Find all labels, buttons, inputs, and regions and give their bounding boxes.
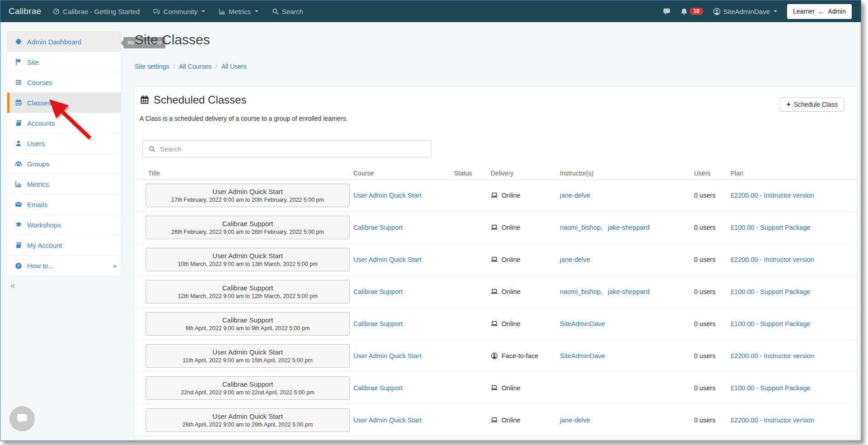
course-link[interactable]: User Admin Quick Start xyxy=(353,192,422,199)
sidebar-item-groups[interactable]: Groups xyxy=(7,154,121,174)
breadcrumb: Site settings/All Courses/All Users xyxy=(135,63,247,70)
sidebar-item-metrics[interactable]: Metrics xyxy=(7,174,121,194)
instructors-cell: jane-delve xyxy=(560,417,694,424)
nav-item-community[interactable]: Community xyxy=(153,8,205,15)
class-row: User Admin Quick Start 11th April, 2022 … xyxy=(134,340,857,372)
column-header-status: Status xyxy=(454,170,491,177)
chat-widget-button[interactable] xyxy=(9,406,35,431)
book-icon xyxy=(15,119,22,127)
page-title: Site Classes xyxy=(135,32,210,47)
course-link[interactable]: Calibrae Support xyxy=(353,320,403,327)
instructor-link[interactable]: SiteAdminDave xyxy=(560,320,605,327)
column-header-course: Course xyxy=(350,170,454,177)
sidebar-item-classes[interactable]: Classes xyxy=(7,93,121,113)
course-link[interactable]: Calibrae Support xyxy=(353,224,403,231)
sidebar-item-label: My Account xyxy=(27,241,62,249)
plan-link[interactable]: £100.00 - Support Package xyxy=(731,384,811,392)
sidebar-item-users[interactable]: Users xyxy=(7,133,121,154)
instructor-link[interactable]: jane-delve xyxy=(560,192,590,199)
column-header-instructor-s: Instructor(s) xyxy=(560,170,694,177)
class-row: Calibrae Support 26th February, 2022 9:0… xyxy=(134,212,857,244)
schedule-class-button[interactable]: + Schedule Class xyxy=(780,97,844,112)
breadcrumb-link-all-courses[interactable]: All Courses xyxy=(179,63,211,70)
plan-link[interactable]: £100.00 - Support Package xyxy=(731,320,811,327)
mode-learner-label: Learner xyxy=(793,8,815,15)
instructor-link[interactable]: jake-sheppard xyxy=(608,288,649,295)
plan-link[interactable]: £2200.00 - Instructor version xyxy=(731,256,814,263)
class-title: User Admin Quick Start xyxy=(150,412,346,420)
graduation-cap-icon xyxy=(15,221,22,228)
notifications[interactable]: 10 xyxy=(680,8,703,15)
sidebar-item-site[interactable]: Site xyxy=(7,52,121,72)
instructor-link[interactable]: jane-delve xyxy=(560,256,590,263)
person-circle-icon xyxy=(491,352,498,360)
instructors-cell: SiteAdminDave xyxy=(560,352,694,360)
plus-icon: + xyxy=(786,101,790,108)
search-input[interactable] xyxy=(155,141,431,157)
plan-link[interactable]: £100.00 - Support Package xyxy=(731,288,811,295)
plan-link[interactable]: £2200.00 - Instructor version xyxy=(731,417,814,424)
course-link[interactable]: Calibrae Support xyxy=(353,384,403,392)
delivery-label: Online xyxy=(502,288,521,295)
sidebar-item-label: Workshops xyxy=(27,221,61,229)
instructor-link[interactable]: jane-delve xyxy=(560,417,590,424)
sidebar-item-admin-dashboard[interactable]: Admin Dashboard xyxy=(7,32,121,52)
class-dates: 22nd April, 2022 9:00 am to 22nd April, … xyxy=(150,389,346,396)
nav-item-calibrae-getting-started[interactable]: Calibrae - Getting Started xyxy=(53,8,140,15)
class-row: Calibrae Support 22nd April, 2022 9:00 a… xyxy=(134,372,857,404)
delivery-cell: Face-to-face xyxy=(491,352,560,360)
calendar-icon xyxy=(15,99,22,106)
brand-logo[interactable]: Calibrae xyxy=(9,6,41,16)
class-title: Calibrae Support xyxy=(150,284,346,292)
delivery-cell: Online xyxy=(491,256,560,263)
bell-icon xyxy=(680,8,688,15)
calendar-icon xyxy=(140,95,150,105)
course-link[interactable]: User Admin Quick Start xyxy=(353,352,422,360)
instructor-link[interactable]: naomi_bishop, xyxy=(560,288,602,295)
breadcrumb-link-site-settings[interactable]: Site settings xyxy=(135,63,169,70)
users-cell: 0 users xyxy=(694,256,731,263)
app-window: Calibrae Calibrae - Getting StartedCommu… xyxy=(0,0,861,441)
nav-item-search[interactable]: Search xyxy=(272,8,304,15)
class-title-card: Calibrae Support 12th March, 2022 9:00 a… xyxy=(145,280,350,303)
user-menu[interactable]: SiteAdminDave xyxy=(713,8,777,15)
sidebar-item-accounts[interactable]: Accounts xyxy=(7,113,121,133)
sidebar-item-workshops[interactable]: Workshops xyxy=(7,215,121,235)
list-icon xyxy=(15,79,22,86)
instructor-link[interactable]: jake-sheppard xyxy=(608,224,649,231)
plan-link[interactable]: £100.00 - Support Package xyxy=(731,224,811,231)
delivery-label: Online xyxy=(502,417,521,424)
left-arrow-icon: ← xyxy=(818,8,825,15)
delivery-label: Online xyxy=(502,384,521,392)
mode-switch-button[interactable]: Learner ← Admin xyxy=(787,4,852,19)
user-name: SiteAdminDave xyxy=(723,8,770,15)
users-cell: 0 users xyxy=(694,320,731,327)
course-link[interactable]: User Admin Quick Start xyxy=(353,256,422,263)
class-title-card: User Admin Quick Start 17th February, 20… xyxy=(145,184,350,207)
sidebar-item-my-account[interactable]: My Account xyxy=(7,235,121,256)
laptop-icon xyxy=(491,288,498,295)
messages-icon[interactable] xyxy=(663,8,671,15)
plan-link[interactable]: £2200.00 - Instructor version xyxy=(731,192,814,199)
sidebar-item-emails[interactable]: Emails xyxy=(7,194,121,215)
instructor-link[interactable]: naomi_bishop, xyxy=(560,224,602,231)
instructor-link[interactable]: SiteAdminDave xyxy=(560,352,605,360)
sidebar-collapse-button[interactable]: « xyxy=(10,281,15,290)
user-circle-icon xyxy=(713,8,721,15)
delivery-cell: Online xyxy=(491,224,560,231)
class-row: User Admin Quick Start 26th April, 2022 … xyxy=(134,404,857,436)
plan-link[interactable]: £2200.00 - Instructor version xyxy=(731,352,814,360)
laptop-icon xyxy=(491,320,498,327)
sidebar-item-how-to[interactable]: ?How to...» xyxy=(7,256,121,276)
search-icon xyxy=(272,8,279,15)
breadcrumb-link-all-users[interactable]: All Users xyxy=(221,63,247,70)
sidebar-item-label: Users xyxy=(27,140,45,147)
course-link[interactable]: User Admin Quick Start xyxy=(353,417,422,424)
class-title: Calibrae Support xyxy=(150,380,346,388)
course-link[interactable]: Calibrae Support xyxy=(353,288,403,295)
svg-text:?: ? xyxy=(17,263,20,268)
instructors-cell: naomi_bishop,jake-sheppard xyxy=(560,288,694,295)
nav-item-metrics[interactable]: Metrics xyxy=(219,8,258,15)
sidebar-item-courses[interactable]: Courses xyxy=(7,72,121,93)
delivery-label: Face-to-face xyxy=(502,352,538,360)
